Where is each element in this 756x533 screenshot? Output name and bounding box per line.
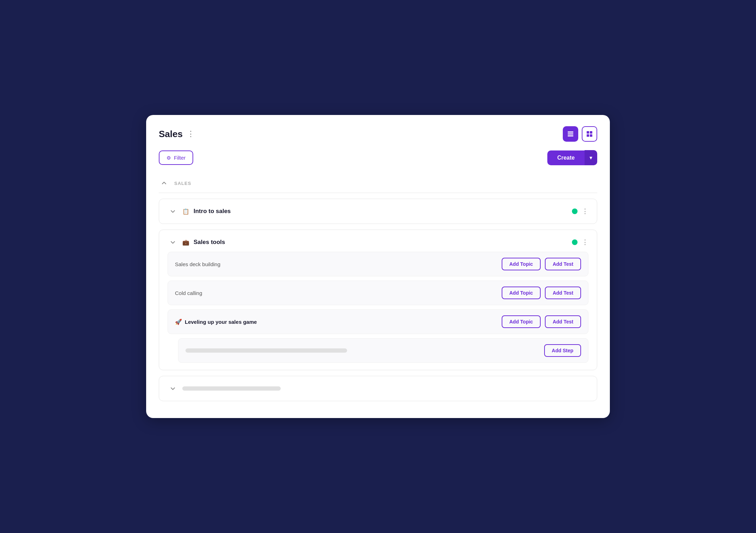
course-header-left-intro: 📋 Intro to sales (168, 206, 231, 217)
filter-button[interactable]: ⚙ Filter (159, 150, 193, 165)
topic-actions-deck: Add Topic Add Test (502, 258, 581, 270)
course-title-sales-tools: Sales tools (194, 239, 225, 246)
app-container: Sales ⋮ ⚙ F (146, 115, 610, 418)
add-topic-button-cold-calling[interactable]: Add Topic (502, 287, 541, 299)
topic-row-cold-calling: Cold calling Add Topic Add Test (168, 281, 588, 305)
create-dropdown-button[interactable]: ▾ (585, 150, 597, 165)
header-left: Sales ⋮ (159, 129, 195, 140)
toolbar: ⚙ Filter Create ▾ (159, 150, 597, 165)
filter-label: Filter (174, 155, 185, 161)
topic-icon-leveling: 🚀 (175, 319, 182, 325)
topic-row-deck: Sales deck building Add Topic Add Test (168, 252, 588, 276)
status-dot-sales-tools (572, 239, 578, 245)
topic-row-leveling: 🚀 Leveling up your sales game Add Topic … (168, 309, 588, 334)
topic-title-deck: Sales deck building (175, 261, 220, 267)
create-group: Create ▾ (547, 150, 597, 165)
chevron-down-icon-sales (170, 239, 176, 245)
add-step-button[interactable]: Add Step (544, 344, 581, 357)
add-test-button-deck[interactable]: Add Test (545, 258, 581, 270)
svg-rect-2 (568, 135, 573, 136)
svg-rect-0 (568, 131, 573, 133)
topic-title-leveling: Leveling up your sales game (185, 319, 257, 325)
add-test-button-leveling[interactable]: Add Test (545, 315, 581, 328)
course-title-intro: Intro to sales (194, 208, 231, 215)
topic-title-cold-calling: Cold calling (175, 290, 202, 296)
dropdown-arrow-icon: ▾ (589, 155, 592, 161)
collapsed-course-card (159, 376, 597, 401)
list-view-icon (567, 130, 574, 137)
filter-icon: ⚙ (167, 155, 171, 161)
create-button[interactable]: Create (547, 150, 585, 165)
course-icon-sales-tools: 💼 (182, 239, 189, 246)
status-dot-intro (572, 208, 578, 214)
chevron-up-icon (161, 180, 167, 186)
course-header-intro: 📋 Intro to sales ⋮ (168, 206, 588, 217)
topic-actions-cold-calling: Add Topic Add Test (502, 287, 581, 299)
course-header-right-intro: ⋮ (572, 207, 588, 215)
course-expand-button-sales-tools[interactable] (168, 237, 178, 248)
section-collapse-button[interactable] (159, 178, 169, 188)
header: Sales ⋮ (159, 126, 597, 142)
section-label: SALES (174, 181, 191, 186)
svg-rect-6 (590, 134, 592, 137)
svg-rect-5 (587, 134, 589, 137)
course-header-left-sales-tools: 💼 Sales tools (168, 237, 225, 248)
course-more-dots-intro[interactable]: ⋮ (582, 207, 588, 215)
header-right (563, 126, 597, 142)
course-header-right-sales-tools: ⋮ (572, 238, 588, 246)
grid-view-icon (586, 130, 593, 137)
add-topic-button-deck[interactable]: Add Topic (502, 258, 541, 270)
add-test-button-cold-calling[interactable]: Add Test (545, 287, 581, 299)
course-header-sales-tools: 💼 Sales tools ⋮ (168, 237, 588, 248)
svg-rect-4 (590, 131, 592, 134)
page-title: Sales (159, 129, 183, 140)
step-row-leveling: Add Step (178, 338, 588, 363)
svg-rect-3 (587, 131, 589, 134)
collapsed-course-expand-button[interactable] (168, 383, 178, 394)
course-card-intro: 📋 Intro to sales ⋮ (159, 199, 597, 224)
course-card-sales-tools: 💼 Sales tools ⋮ Sales deck building Add … (159, 230, 597, 370)
add-topic-button-leveling[interactable]: Add Topic (502, 315, 541, 328)
grid-view-button[interactable] (582, 126, 597, 142)
course-more-dots-sales-tools[interactable]: ⋮ (582, 238, 588, 246)
course-expand-button-intro[interactable] (168, 206, 178, 217)
step-bar-leveling (185, 348, 347, 353)
topic-actions-leveling: Add Topic Add Test (502, 315, 581, 328)
chevron-down-icon (170, 208, 176, 214)
topic-title-group-leveling: 🚀 Leveling up your sales game (175, 319, 257, 325)
chevron-down-icon-collapsed (170, 386, 176, 391)
section-header: SALES (159, 175, 597, 193)
header-more-dots[interactable]: ⋮ (187, 129, 195, 139)
collapsed-course-bar (182, 386, 281, 391)
list-view-button[interactable] (563, 126, 578, 142)
svg-rect-1 (568, 134, 573, 135)
course-icon-intro: 📋 (182, 208, 189, 215)
